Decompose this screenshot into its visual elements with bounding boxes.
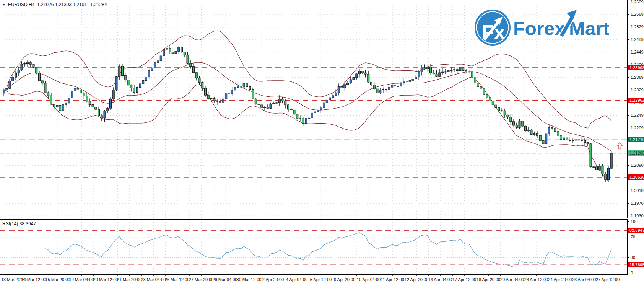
time-axis-tick: [34, 275, 34, 276]
time-axis-label: 24 Apr 20:00: [546, 277, 574, 282]
price-axis-tick: [628, 52, 629, 52]
time-axis-minor-tick: [524, 275, 524, 276]
price-axis-tick: [628, 90, 629, 90]
time-axis: 13 Mar 201814 Mar 12:0015 Mar 20:0019 Ma…: [0, 275, 644, 285]
time-axis-tick: [297, 275, 297, 276]
price-level-label: 1.21288: [628, 150, 644, 156]
time-axis-minor-tick: [596, 275, 596, 276]
price-axis-label: 1.23290: [631, 88, 644, 92]
time-axis-tick: [153, 275, 154, 276]
time-axis-tick: [608, 275, 608, 276]
time-axis-tick: [321, 275, 321, 276]
time-axis-minor-tick: [572, 275, 572, 276]
time-axis-tick: [536, 275, 537, 276]
rsi-line: [46, 233, 611, 267]
time-axis-tick: [392, 275, 393, 276]
time-axis-minor-tick: [381, 275, 381, 276]
time-axis-minor-tick: [22, 275, 22, 276]
time-axis-minor-tick: [165, 275, 166, 276]
time-axis-label: 6 Apr 20:00: [331, 277, 358, 282]
forexmart-logo: Fx Forex Mart: [473, 8, 620, 47]
time-axis-tick: [440, 275, 441, 276]
time-axis-minor-tick: [46, 275, 46, 276]
time-axis-tick: [488, 275, 489, 276]
chart-menu-icon[interactable]: ▼: [2, 3, 5, 7]
price-axis-tick: [628, 77, 629, 78]
price-axis-label: 1.26090: [631, 0, 644, 4]
price-axis-tick: [628, 128, 629, 128]
price-level-label: 1.22962: [628, 98, 644, 103]
rsi-axis-tick: [628, 257, 629, 258]
time-axis-minor-tick: [93, 275, 94, 276]
rsi-axis-tick: [628, 273, 629, 273]
price-axis: 1.260901.256901.252901.248901.244901.240…: [628, 0, 644, 275]
price-axis-tick: [628, 191, 629, 191]
time-axis-label: 20 Apr 04:00: [498, 277, 526, 282]
price-axis-tick: [628, 115, 629, 116]
time-axis-label: 4 Apr 04:00: [283, 277, 311, 282]
rsi-panel[interactable]: [0, 219, 628, 275]
price-axis-tick: [628, 203, 629, 204]
time-axis-minor-tick: [476, 275, 476, 276]
time-axis-tick: [273, 275, 273, 276]
time-axis-label: 21 Mar 20:00: [115, 277, 143, 282]
time-axis-label: 16 Apr 04:00: [426, 277, 454, 282]
time-axis-tick: [512, 275, 512, 276]
price-axis-label: 1.23690: [631, 75, 644, 80]
price-axis-label: 1.25690: [631, 12, 644, 16]
rsi-axis-label: 100: [631, 219, 637, 224]
time-axis-label: 19 Mar 04:00: [68, 277, 95, 282]
price-axis-label: 1.19700: [631, 201, 644, 205]
time-axis-minor-tick: [405, 275, 405, 276]
time-axis-tick: [369, 275, 369, 276]
price-level-label: 1.20526: [628, 174, 644, 180]
price-axis-tick: [628, 39, 629, 40]
time-axis-minor-tick: [309, 275, 309, 276]
rsi-level-label: 82.8947: [628, 228, 644, 233]
time-axis-tick: [177, 275, 177, 276]
price-axis-label: 1.20900: [631, 163, 644, 168]
price-axis-tick: [628, 2, 629, 2]
price-axis-label: 1.22490: [631, 113, 644, 117]
price-axis-tick: [628, 27, 629, 27]
buy-arrow-marker: [617, 142, 622, 149]
time-axis-minor-tick: [261, 275, 261, 276]
time-axis-tick: [225, 275, 225, 276]
time-axis-minor-tick: [189, 275, 190, 276]
time-axis-tick: [560, 275, 560, 276]
time-axis-tick: [58, 275, 58, 276]
trading-chart-window: ▼EURUSD,H4 1.21026 1.21303 1.21011 1.212…: [0, 0, 644, 285]
time-axis-minor-tick: [285, 275, 285, 276]
time-axis-minor-tick: [141, 275, 142, 276]
time-axis-tick: [464, 275, 465, 276]
time-axis-tick: [345, 275, 345, 276]
time-axis-minor-tick: [500, 275, 501, 276]
time-axis-minor-tick: [213, 275, 213, 276]
time-axis-tick: [201, 275, 202, 276]
chart-ohlc-label: 1.21026 1.21303 1.21011 1.21284: [37, 2, 107, 7]
price-axis-tick: [628, 14, 629, 15]
time-axis-minor-tick: [333, 275, 333, 276]
logo-text-forex: Forex: [513, 18, 565, 39]
time-axis-minor-tick: [428, 275, 429, 276]
logo-text-mart: Mart: [569, 18, 610, 39]
chart-title: ▼EURUSD,H4 1.21026 1.21303 1.21011 1.212…: [2, 2, 107, 7]
time-axis-minor-tick: [356, 275, 357, 276]
rsi-grid: [0, 219, 628, 275]
time-axis-tick: [416, 275, 417, 276]
time-axis-tick: [584, 275, 584, 276]
time-axis-minor-tick: [548, 275, 548, 276]
price-axis-label: 1.25290: [631, 24, 644, 29]
rsi-axis-tick: [628, 221, 629, 222]
chart-symbol-label: EURUSD,H4: [8, 2, 34, 7]
price-axis-label: 1.20100: [631, 188, 644, 193]
time-axis-minor-tick: [70, 275, 70, 276]
time-axis-tick: [81, 275, 82, 276]
time-axis-tick: [249, 275, 249, 276]
rsi-axis-tick: [628, 237, 629, 237]
price-axis-tick: [628, 216, 629, 216]
price-axis-tick: [628, 165, 629, 166]
price-axis-label: 1.22090: [631, 125, 644, 130]
price-level-label: 1.23998: [628, 65, 644, 70]
price-axis-label: 1.24490: [631, 50, 644, 54]
